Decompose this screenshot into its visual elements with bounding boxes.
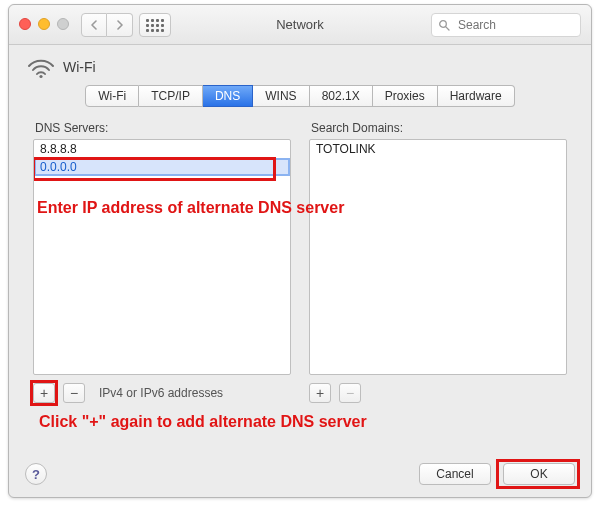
dns-servers-label: DNS Servers: (35, 121, 291, 135)
add-domain-button[interactable]: + (309, 383, 331, 403)
preferences-window: Network Wi-Fi Wi-Fi TCP/IP DNS WINS (8, 4, 592, 498)
window-body: Wi-Fi Wi-Fi TCP/IP DNS WINS 802.1X Proxi… (9, 45, 591, 415)
remove-domain-button: − (339, 383, 361, 403)
bottom-bar: ? Cancel OK (25, 463, 575, 485)
service-header: Wi-Fi (27, 57, 573, 77)
cancel-button[interactable]: Cancel (419, 463, 491, 485)
tab-wifi[interactable]: Wi-Fi (85, 85, 139, 107)
dns-entry-input[interactable] (34, 158, 290, 176)
search-input[interactable] (456, 17, 574, 33)
svg-line-1 (446, 27, 449, 30)
dns-footer-hint: IPv4 or IPv6 addresses (99, 386, 223, 400)
list-item[interactable]: TOTOLINK (310, 140, 566, 158)
dns-servers-column: DNS Servers: 8.8.8.8 + − IPv4 or IPv6 ad… (33, 121, 291, 403)
tab-proxies[interactable]: Proxies (373, 85, 438, 107)
dns-servers-toolbar: + − IPv4 or IPv6 addresses (33, 383, 291, 403)
dns-servers-list[interactable]: 8.8.8.8 (33, 139, 291, 375)
wifi-icon (27, 57, 53, 77)
search-domains-list[interactable]: TOTOLINK (309, 139, 567, 375)
list-item[interactable]: 8.8.8.8 (34, 140, 290, 158)
service-name: Wi-Fi (63, 59, 96, 75)
svg-point-2 (39, 75, 42, 78)
search-domains-toolbar: + − (309, 383, 567, 403)
ok-button[interactable]: OK (503, 463, 575, 485)
help-button[interactable]: ? (25, 463, 47, 485)
tab-dns[interactable]: DNS (203, 85, 253, 107)
tab-hardware[interactable]: Hardware (438, 85, 515, 107)
tab-wins[interactable]: WINS (253, 85, 309, 107)
tab-tcpip[interactable]: TCP/IP (139, 85, 203, 107)
search-field[interactable] (431, 13, 581, 37)
dns-columns: DNS Servers: 8.8.8.8 + − IPv4 or IPv6 ad… (25, 121, 575, 403)
annotation-text-2: Click "+" again to add alternate DNS ser… (39, 413, 367, 431)
titlebar: Network (9, 5, 591, 45)
search-domains-label: Search Domains: (311, 121, 567, 135)
remove-dns-button[interactable]: − (63, 383, 85, 403)
action-buttons: Cancel OK (419, 463, 575, 485)
tab-bar: Wi-Fi TCP/IP DNS WINS 802.1X Proxies Har… (25, 85, 575, 107)
add-dns-button[interactable]: + (33, 383, 55, 403)
search-icon (438, 19, 450, 31)
search-domains-column: Search Domains: TOTOLINK + − (309, 121, 567, 403)
tab-8021x[interactable]: 802.1X (310, 85, 373, 107)
list-item-editing[interactable] (34, 158, 290, 176)
